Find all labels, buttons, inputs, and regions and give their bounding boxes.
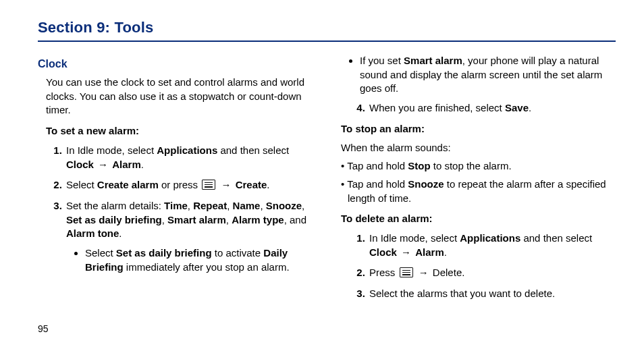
columns: Clock You can use the clock to set and c… xyxy=(38,54,616,308)
menu-icon xyxy=(202,180,215,190)
arrow-icon: → xyxy=(397,246,415,258)
page-number: 95 xyxy=(38,323,49,334)
stop-alarm-intro: When the alarm sounds: xyxy=(341,141,616,155)
step-4: When you are finished, select Save. xyxy=(368,101,616,115)
section-rule xyxy=(38,41,616,42)
step-2-text-a: Select xyxy=(66,179,97,190)
delete-step-1-clock: Clock xyxy=(369,246,397,258)
step-3: Set the alarm details: Time, Repeat, Nam… xyxy=(65,199,313,274)
arrow-icon: → xyxy=(94,159,112,170)
column-right: If you set Smart alarm, your phone will … xyxy=(341,54,616,308)
step-2-text-b: or press xyxy=(159,179,201,190)
step-2-end: . xyxy=(267,179,269,190)
delete-step-2-delete: Delete. xyxy=(433,267,465,278)
step-3-smart-alarm: Smart alarm xyxy=(167,214,226,225)
step-1-alarm: Alarm xyxy=(112,159,141,170)
step-3-repeat: Repeat xyxy=(193,200,227,211)
stop-alarm-bullets: Tap and hold Stop to stop the alarm. Tap… xyxy=(341,159,616,205)
delete-step-2: Press → Delete. xyxy=(368,266,616,280)
step-2-create-alarm: Create alarm xyxy=(97,179,159,190)
stop-alarm-label: To stop an alarm: xyxy=(341,122,616,136)
delete-step-1: In Idle mode, select Applications and th… xyxy=(368,232,616,259)
step-1: In Idle mode, select Applications and th… xyxy=(65,144,313,171)
step-2: Select Create alarm or press → Create. xyxy=(65,178,313,192)
step-1-text-a: In Idle mode, select xyxy=(66,144,157,156)
arrow-icon: → xyxy=(414,267,433,278)
delete-step-3: Select the alarms that you want to delet… xyxy=(368,287,616,301)
arrow-icon: → xyxy=(217,179,235,190)
step-3-sub-bullets-cont: If you set Smart alarm, your phone will … xyxy=(350,54,616,96)
step-3-daily-briefing: Set as daily briefing xyxy=(66,214,162,225)
step-4-save: Save xyxy=(505,102,529,113)
set-alarm-steps: In Idle mode, select Applications and th… xyxy=(53,144,313,275)
step-3-alarm-tone: Alarm tone xyxy=(66,227,119,239)
step-3-sub-1: Select Set as daily briefing to activate… xyxy=(85,246,313,274)
step-3-snooze: Snooze xyxy=(266,200,302,211)
delete-alarm-label: To delete an alarm: xyxy=(341,212,616,226)
stop-bullet-2: Tap and hold Snooze to repeat the alarm … xyxy=(341,178,616,205)
step-1-text-b: and then select xyxy=(217,144,289,156)
step-3-time: Time xyxy=(164,200,188,211)
step-1-end: . xyxy=(141,159,144,170)
delete-alarm-steps: In Idle mode, select Applications and th… xyxy=(356,232,616,301)
step-1-clock: Clock xyxy=(66,159,94,170)
menu-icon xyxy=(400,267,413,277)
clock-heading: Clock xyxy=(38,57,313,72)
set-alarm-label: To set a new alarm: xyxy=(46,124,313,138)
page: Section 9: Tools Clock You can use the c… xyxy=(0,0,644,349)
column-left: Clock You can use the clock to set and c… xyxy=(38,54,313,308)
step-3-name: Name xyxy=(233,200,261,211)
stop-bullet-stop: Stop xyxy=(408,160,430,171)
step-3-sub-2: If you set Smart alarm, your phone will … xyxy=(360,54,616,96)
stop-bullet-snooze: Snooze xyxy=(408,178,444,190)
step-1-applications: Applications xyxy=(157,144,217,156)
step-3-sub-set-daily: Set as daily briefing xyxy=(116,247,212,259)
stop-bullet-1: Tap and hold Stop to stop the alarm. xyxy=(341,159,616,173)
delete-step-1-alarm: Alarm xyxy=(415,246,444,258)
clock-intro: You can use the clock to set and control… xyxy=(46,76,313,117)
step-3-sub-bullets: Select Set as daily briefing to activate… xyxy=(76,246,313,274)
section-title: Section 9: Tools xyxy=(38,19,616,36)
step-3-text-a: Set the alarm details: xyxy=(66,200,164,211)
step-2-create: Create xyxy=(236,179,267,190)
step-3-alarm-type: Alarm type xyxy=(232,214,284,225)
delete-step-1-apps: Applications xyxy=(460,232,520,244)
set-alarm-steps-cont: When you are finished, select Save. xyxy=(356,101,616,115)
step-3-sub-smart-alarm: Smart alarm xyxy=(404,55,462,66)
